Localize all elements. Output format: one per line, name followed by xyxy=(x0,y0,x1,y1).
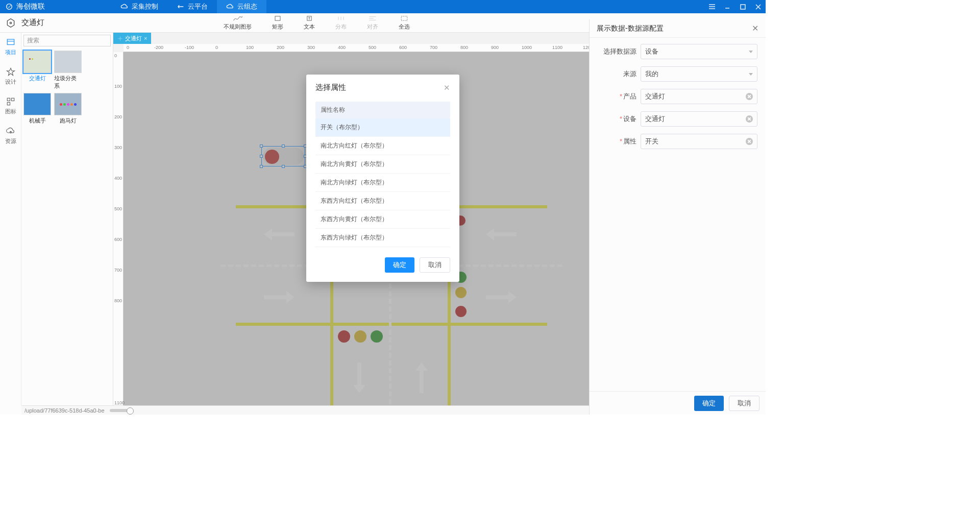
modal-close-icon[interactable]: ✕ xyxy=(444,83,450,92)
modal-body: 属性名称 开关（布尔型） 南北方向红灯（布尔型） 南北方向黄灯（布尔型） 南北方… xyxy=(306,96,459,249)
modal-footer: 确定 取消 xyxy=(306,249,459,282)
attr-item[interactable]: 东西方向黄灯（布尔型） xyxy=(315,210,450,229)
modal-cancel-button[interactable]: 取消 xyxy=(420,257,450,273)
attr-item[interactable]: 东西方向绿灯（布尔型） xyxy=(315,229,450,247)
attr-item[interactable]: 东西方向红灯（布尔型） xyxy=(315,192,450,210)
modal-title: 选择属性 xyxy=(315,83,346,92)
modal-header: 选择属性 ✕ xyxy=(306,75,459,96)
attr-item[interactable]: 南北方向绿灯（布尔型） xyxy=(315,174,450,192)
modal-confirm-button[interactable]: 确定 xyxy=(385,257,414,273)
attr-item[interactable]: 南北方向红灯（布尔型） xyxy=(315,137,450,155)
attribute-modal: 选择属性 ✕ 属性名称 开关（布尔型） 南北方向红灯（布尔型） 南北方向黄灯（布… xyxy=(306,75,459,282)
modal-list-header: 属性名称 xyxy=(315,102,450,118)
attr-item[interactable]: 南北方向黄灯（布尔型） xyxy=(315,155,450,174)
modal-attr-list: 开关（布尔型） 南北方向红灯（布尔型） 南北方向黄灯（布尔型） 南北方向绿灯（布… xyxy=(315,118,450,247)
attr-item[interactable]: 开关（布尔型） xyxy=(315,118,450,137)
